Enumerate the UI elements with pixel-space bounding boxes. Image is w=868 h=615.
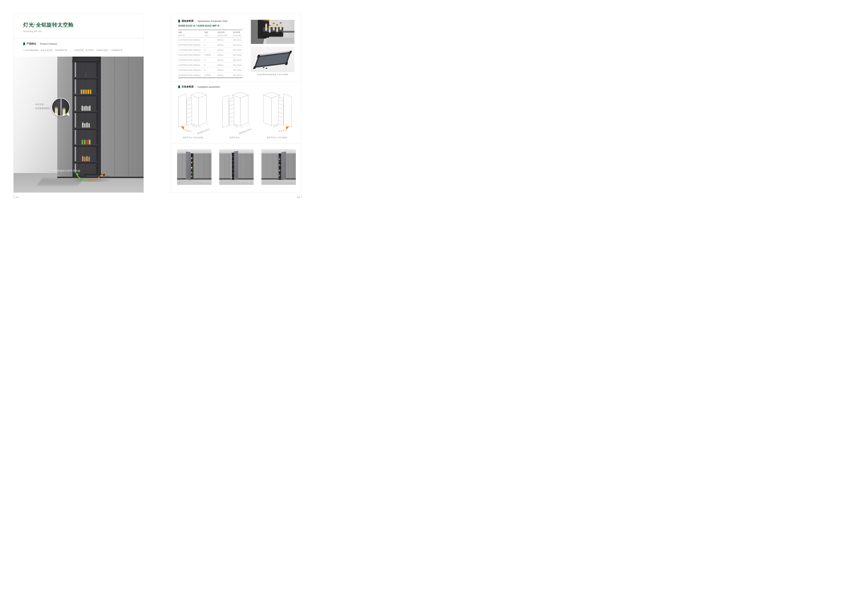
clip-part <box>266 68 267 69</box>
goods <box>191 172 192 173</box>
bottle <box>88 157 90 161</box>
bottle <box>89 106 91 111</box>
cell-size: A:244*505*(1050-1350)mm <box>178 39 205 41</box>
shelf <box>74 94 97 96</box>
goods <box>191 158 192 159</box>
col-header-en: Layer <box>205 34 217 36</box>
bottle <box>85 73 87 77</box>
install-heading-zh: 安装参数图 <box>181 85 194 88</box>
cell-inner-width: 264 ±2mm <box>233 49 242 51</box>
cell-cabinet-width: 300mm <box>217 44 233 46</box>
shelf <box>74 161 97 164</box>
cell-size: D:244*505*(1950-2200)mm <box>178 54 205 56</box>
goods <box>191 175 192 177</box>
table-header-row: 规格 (W*D*H) 层数 Layer 柜体宽度 Cabinet width 柜… <box>178 30 242 37</box>
photo-cabinets <box>177 153 211 179</box>
feature-item: • 联动结构、省力静音、大容量大收纳、二边氛围光源 <box>74 49 122 52</box>
cell-layer: 6 <box>205 49 217 51</box>
features-list: • 内含8轴承旋转、全铝合金支架、内嵌硅胶灯条 • 联动结构、省力静音、大容量大… <box>23 49 122 52</box>
spec-heading-zh: 规格参数图 <box>181 19 194 23</box>
photo-cabinet <box>57 56 144 178</box>
goods <box>191 162 192 164</box>
bottle <box>86 123 87 128</box>
bottle <box>82 156 83 161</box>
goods <box>279 175 280 176</box>
effect-caption: 篮体平拉出效果 <box>238 181 252 183</box>
col-header-zh: 柜体宽度 <box>217 31 233 34</box>
col-header-en: Cabinet width <box>217 34 233 36</box>
page-number-right: 144 <box>295 196 300 198</box>
model-codes: GS05-01XZ·A / GS05-01XZ-WP·A <box>178 24 219 27</box>
cell-inner-width: 264 ±2mm <box>233 54 242 56</box>
cell-size: C:244*505*(1650-1950)mm <box>178 49 205 51</box>
led-strip <box>61 98 61 116</box>
effect-photo-rotate-left: 向左旋转效果 <box>177 149 211 185</box>
col-header-inner-width: 柜内宽度 Inner width <box>233 31 242 36</box>
goods <box>279 170 280 171</box>
detail-callout-circle <box>52 98 70 116</box>
cell-cabinet-width: 400mm <box>217 64 233 66</box>
baseboard <box>282 31 294 33</box>
page-subtitle: Revolving Tall Unit <box>23 30 73 33</box>
cell-cabinet-width: 400mm <box>217 59 233 61</box>
col-header-zh: 层数 <box>205 31 217 34</box>
shelf-goods <box>76 156 96 161</box>
cabinet-front <box>190 95 198 126</box>
effect-photo-rotate-right: 向右旋转效果 <box>261 149 296 185</box>
bottle <box>88 123 90 128</box>
bullet-icon: • <box>23 49 24 52</box>
clip-part <box>263 67 264 68</box>
cell-inner-width: 364 ±2mm <box>233 59 242 61</box>
bottle <box>62 108 66 116</box>
cell-layer: 4 <box>205 59 217 61</box>
cell-size: H:344*505*(1950-2200)mm <box>178 74 205 76</box>
table-row: E:344*505*(1050-1350)mm 4 400mm 364 ±2mm <box>178 58 242 62</box>
table-row: F:344*505*(1350-1650)mm 5 400mm 364 ±2mm <box>178 62 242 68</box>
cell-size: E:344*505*(1050-1350)mm <box>178 59 205 61</box>
carton <box>89 140 91 145</box>
install-heading-en: Installation parameters <box>197 86 220 88</box>
diagram-caption: 篮体平拉出 向右边旋转 <box>258 136 296 139</box>
shelf-goods <box>76 123 96 128</box>
cell-size: F:344*505*(1350-1650)mm <box>178 64 205 66</box>
bottle <box>83 72 84 77</box>
section-marker-icon <box>178 20 180 22</box>
bottle <box>86 156 87 161</box>
heading-separator: / <box>195 86 196 88</box>
shelf-goods <box>76 140 96 145</box>
goods <box>279 164 280 166</box>
cell-cabinet-width: 400mm <box>217 74 233 76</box>
diagram-rotate-left: 柜内深度 ≥520mm <box>174 90 212 134</box>
bottle <box>83 106 85 111</box>
col-header-zh: 柜内宽度 <box>233 31 242 34</box>
bottle <box>82 123 83 128</box>
carton <box>86 140 88 145</box>
col-header-en: Inner width <box>233 34 242 36</box>
cabinet-side <box>198 95 206 126</box>
shelf-goods <box>76 106 96 111</box>
spec-heading-en: Specification Parameter Chart <box>197 20 228 22</box>
unit-top-rail <box>72 61 100 62</box>
page-left: 灯光·全铝旋转太空舱 Revolving Tall Unit 产品特点 / Pr… <box>13 14 144 193</box>
photo-open-door <box>281 152 286 180</box>
hero-product-photo: 全铝支架 前后氛围硅胶灯 灯光轴承旋转全铝平开拉篮 <box>14 56 144 192</box>
bottle <box>86 106 87 111</box>
cell-layer: 6 <box>205 69 217 71</box>
callout-label-line1: 全铝支架 <box>35 102 50 106</box>
can <box>83 90 84 94</box>
section-marker-icon <box>23 42 25 45</box>
bottle <box>87 72 89 77</box>
can <box>87 90 89 94</box>
can <box>90 90 91 94</box>
photo-open-door <box>186 152 190 180</box>
cell-layer: 5 <box>205 64 217 66</box>
photo-open-door <box>57 56 73 178</box>
orange-arc <box>90 175 101 180</box>
feature-text: 联动结构、省力静音、大容量大收纳、二边氛围光源 <box>75 49 122 52</box>
install-diagrams: 柜内深度 ≥520mm <box>171 90 301 135</box>
shelf <box>74 144 97 147</box>
cell-inner-width: 364 ±2mm <box>233 69 242 71</box>
diagram-pull-out: 柜内深度 ≥520mm <box>215 90 254 134</box>
shelf <box>74 77 97 79</box>
table-row: D:244*505*(1950-2200)mm 6 (加高) 300mm 264… <box>178 53 242 58</box>
